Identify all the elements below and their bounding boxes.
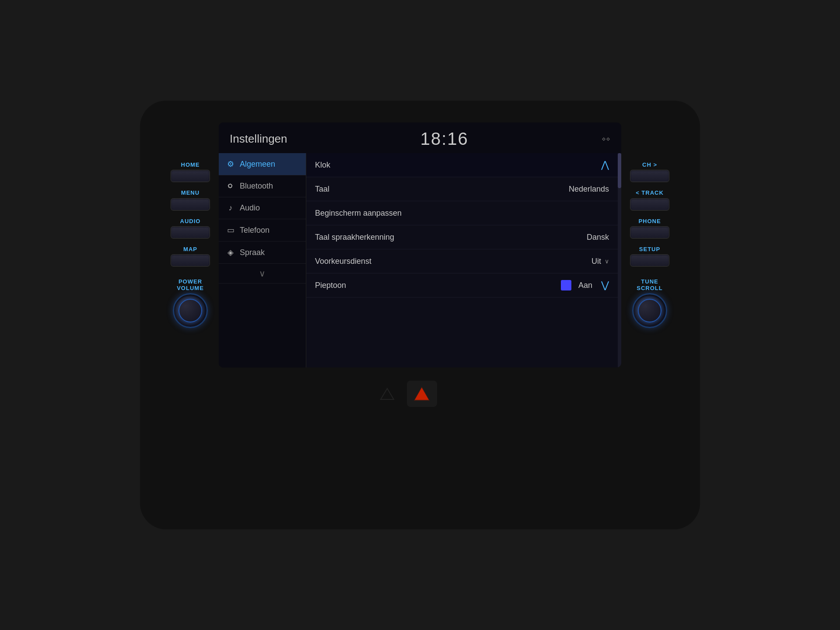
menu-scroll-down[interactable]: ∨ (219, 264, 306, 284)
settings-menu: ⚙ Algemeen ⭘ Bluetooth ♪ Audio ▭ Telefoo… (219, 153, 306, 368)
home-button-group: HOME (171, 162, 210, 182)
scroll-down-button[interactable]: ⋁ (601, 280, 609, 291)
track-button-group: < TRACK (630, 190, 669, 210)
map-button-group: MAP (171, 246, 210, 266)
menu-label-spraak: Spraak (240, 248, 265, 257)
ch-button-group: CH > (630, 162, 669, 182)
screen-time: 18:16 (420, 129, 469, 149)
home-label: HOME (181, 162, 200, 168)
ch-label: CH > (642, 162, 657, 168)
menu-label-algemeen: Algemeen (240, 160, 275, 169)
menu-item-telefoon[interactable]: ▭ Telefoon (219, 219, 306, 242)
phone-label: PHONE (638, 218, 661, 224)
power-volume-knob[interactable] (173, 293, 208, 328)
setting-label-voorkeursdienst: Voorkeursdienst (315, 257, 371, 266)
menu-button[interactable] (171, 198, 210, 210)
menu-item-audio[interactable]: ♪ Audio (219, 197, 306, 219)
screen-title: Instellingen (230, 132, 287, 146)
screen-content: ⚙ Algemeen ⭘ Bluetooth ♪ Audio ▭ Telefoo… (219, 153, 621, 368)
bluetooth-icon: ⭘ (226, 182, 235, 191)
audio-label: AUDIO (180, 218, 201, 224)
setting-label-klok: Klok (315, 161, 330, 170)
phone-button[interactable] (630, 226, 669, 238)
setting-label-taal: Taal (315, 185, 329, 194)
setup-button[interactable] (630, 254, 669, 266)
menu-item-bluetooth[interactable]: ⭘ Bluetooth (219, 175, 306, 197)
tune-scroll-group: TUNESCROLL (632, 279, 667, 328)
setting-row-klok[interactable]: Klok ⋀ (306, 153, 618, 177)
pieptoon-value: Aan (578, 281, 592, 290)
right-panel-wrapper: Klok ⋀ Taal Nederlands Beginscherm aanpa… (306, 153, 621, 368)
right-button-panel: CH > < TRACK PHONE SETUP TUNESCROLL (630, 162, 669, 328)
setting-label-taalspraak: Taal spraakherkenning (315, 233, 394, 242)
phone-icon: ▭ (226, 225, 235, 235)
chevron-down-icon: ∨ (259, 268, 266, 279)
setting-row-beginscherm[interactable]: Beginscherm aanpassen (306, 201, 618, 225)
setting-label-beginscherm: Beginscherm aanpassen (315, 209, 402, 218)
setting-label-pieptoon: Pieptoon (315, 281, 346, 290)
screen-status-icons: ⋄⋄ (602, 135, 610, 143)
spraak-icon: ◈ (226, 248, 235, 257)
setting-row-pieptoon[interactable]: Pieptoon Aan ⋁ (306, 273, 618, 298)
tune-scroll-label: TUNESCROLL (637, 279, 662, 291)
top-section: HOME MENU AUDIO MAP POWERVOLUME (140, 114, 700, 376)
settings-scrollbar[interactable] (618, 153, 621, 368)
hazard-button[interactable] (407, 381, 437, 407)
cable-connector-icon (376, 386, 398, 402)
setting-row-voorkeursdienst[interactable]: Voorkeursdienst Uit ∨ (306, 249, 618, 273)
power-volume-label: POWERVOLUME (177, 279, 204, 291)
track-label: < TRACK (636, 190, 664, 196)
bottom-section (140, 372, 700, 416)
audio-icon: ♪ (226, 203, 235, 213)
voorkeursdienst-value: Uit (592, 257, 601, 266)
settings-right-panel: Klok ⋀ Taal Nederlands Beginscherm aanpa… (306, 153, 618, 368)
setting-value-voorkeursdienst: Uit ∨ (592, 257, 609, 266)
ch-button[interactable] (630, 170, 669, 182)
screen-header: Instellingen 18:16 ⋄⋄ (219, 122, 621, 153)
map-label: MAP (183, 246, 197, 252)
home-button[interactable] (171, 170, 210, 182)
scrollbar-thumb (618, 153, 621, 188)
infotainment-screen: Instellingen 18:16 ⋄⋄ ⚙ Algemeen ⭘ Bluet… (219, 122, 621, 368)
phone-button-group: PHONE (630, 218, 669, 238)
setting-value-taalspraak: Dansk (587, 233, 609, 242)
menu-label: MENU (181, 190, 200, 196)
menu-label-telefoon: Telefoon (240, 226, 270, 235)
track-button[interactable] (630, 198, 669, 210)
gear-icon: ⚙ (226, 159, 235, 169)
menu-label-bluetooth: Bluetooth (240, 182, 273, 191)
setting-row-taalspraak[interactable]: Taal spraakherkenning Dansk (306, 225, 618, 249)
setting-row-taal[interactable]: Taal Nederlands (306, 177, 618, 201)
toggle-indicator (561, 280, 571, 290)
left-button-panel: HOME MENU AUDIO MAP POWERVOLUME (171, 162, 210, 328)
menu-label-audio: Audio (240, 203, 260, 213)
menu-button-group: MENU (171, 190, 210, 210)
scroll-up-button[interactable]: ⋀ (601, 159, 609, 171)
setup-button-group: SETUP (630, 246, 669, 266)
setup-label: SETUP (639, 246, 660, 252)
map-button[interactable] (171, 254, 210, 266)
audio-button-group: AUDIO (171, 218, 210, 238)
setting-value-pieptoon: Aan ⋁ (561, 280, 609, 291)
dropdown-icon: ∨ (605, 258, 609, 265)
power-volume-group: POWERVOLUME (173, 279, 208, 328)
audio-button[interactable] (171, 226, 210, 238)
menu-item-spraak[interactable]: ◈ Spraak (219, 242, 306, 264)
tune-scroll-knob[interactable] (632, 293, 667, 328)
setting-value-taal: Nederlands (569, 185, 609, 194)
menu-item-algemeen[interactable]: ⚙ Algemeen (219, 153, 306, 175)
car-infotainment-unit: HOME MENU AUDIO MAP POWERVOLUME (140, 101, 700, 529)
